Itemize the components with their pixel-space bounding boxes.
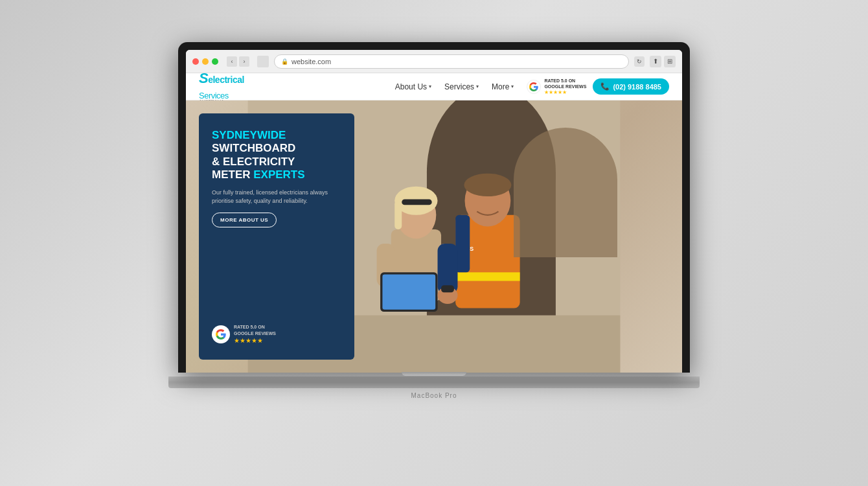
nav-right: RATED 5.0 ON GOOGLE REVIEWS ★★★★★ 📞 (02)… <box>527 78 669 95</box>
hero-section: S SYDNEYWIDE SWITCHBO <box>186 100 682 373</box>
hero-headline: SYDNEYWIDE SWITCHBOARD & ELECTRICITY MET… <box>212 129 341 182</box>
forward-button[interactable]: › <box>239 56 249 67</box>
chevron-down-icon: ▾ <box>429 84 431 89</box>
nav-services[interactable]: Services ▾ <box>444 82 479 91</box>
svg-rect-8 <box>402 200 431 205</box>
headline-line1: SYDNEYWIDE <box>212 129 286 141</box>
arch-decoration <box>514 128 617 257</box>
svg-point-17 <box>464 174 511 196</box>
browser-actions: ⬆ ⊞ <box>650 56 676 67</box>
macbook-screen: ‹ › 🔒 website.com ↻ ⬆ ⊞ <box>178 42 690 373</box>
back-button[interactable]: ‹ <box>227 56 237 67</box>
share-button[interactable]: ⬆ <box>650 56 661 67</box>
nav-arrows: ‹ › <box>227 56 249 67</box>
svg-rect-7 <box>394 201 402 229</box>
google-icon <box>527 80 541 94</box>
nav-more[interactable]: More ▾ <box>492 82 514 91</box>
site-logo[interactable]: SelectricalServices AUSTRALIA <box>199 73 244 104</box>
logo-text: SelectricalServices <box>199 73 244 101</box>
svg-rect-12 <box>382 275 435 310</box>
hero-description: Our fully trained, licensed electricians… <box>212 189 341 206</box>
chevron-down-icon: ▾ <box>476 84 479 89</box>
website-content: SelectricalServices AUSTRALIA About Us ▾… <box>186 73 682 373</box>
hero-stars: ★★★★★ <box>234 337 276 344</box>
svg-text:S: S <box>470 246 474 252</box>
nav-about-label: About Us <box>395 82 427 91</box>
close-button[interactable] <box>192 58 199 65</box>
nav-more-label: More <box>492 82 509 91</box>
bookmark-button[interactable]: ⊞ <box>664 56 676 67</box>
macbook-base <box>168 376 700 388</box>
tab-icon <box>257 56 269 67</box>
macbook-label: MacBook Pro <box>411 392 457 399</box>
svg-rect-20 <box>441 285 454 292</box>
google-rating-badge: RATED 5.0 ON GOOGLE REVIEWS ★★★★★ <box>527 78 586 95</box>
headline-accent: EXPERTS <box>253 168 304 181</box>
minimize-button[interactable] <box>202 58 209 65</box>
hero-content-card: SYDNEYWIDE SWITCHBOARD & ELECTRICITY MET… <box>199 113 354 360</box>
google-reviews-text: GOOGLE REVIEWS <box>544 84 586 89</box>
hero-rating-label: RATED 5.0 ON <box>234 324 276 330</box>
phone-number: (02) 9188 8485 <box>613 83 661 91</box>
browser-chrome: ‹ › 🔒 website.com ↻ ⬆ ⊞ <box>186 50 682 73</box>
google-rating-text: RATED 5.0 ON <box>544 78 586 84</box>
hero-reviews-label: GOOGLE REVIEWS <box>234 330 276 337</box>
chevron-down-icon: ▾ <box>511 84 514 89</box>
maximize-button[interactable] <box>212 58 218 65</box>
macbook-notch <box>402 372 466 376</box>
nav-links: About Us ▾ Services ▾ More ▾ <box>395 82 514 91</box>
screen-inner: ‹ › 🔒 website.com ↻ ⬆ ⊞ <box>186 50 682 373</box>
nav-services-label: Services <box>444 82 474 91</box>
headline-line3: & ELECTRICITY <box>212 156 295 168</box>
headline-line4: METER <box>212 168 251 181</box>
site-nav: SelectricalServices AUSTRALIA About Us ▾… <box>186 73 682 100</box>
lock-icon: 🔒 <box>281 58 288 65</box>
headline-line2: SWITCHBOARD <box>212 142 295 154</box>
svg-rect-14 <box>455 272 520 281</box>
address-bar[interactable]: 🔒 website.com <box>274 54 629 69</box>
hero-google-icon <box>212 325 230 343</box>
nav-about[interactable]: About Us ▾ <box>395 82 431 91</box>
phone-icon: 📞 <box>600 82 610 91</box>
reload-button[interactable]: ↻ <box>634 56 645 67</box>
hero-google-badge: RATED 5.0 ON GOOGLE REVIEWS ★★★★★ <box>212 324 341 344</box>
phone-button[interactable]: 📞 (02) 9188 8485 <box>593 78 669 95</box>
more-about-button[interactable]: MORE ABOUT US <box>212 213 277 227</box>
url-text: website.com <box>291 58 331 65</box>
macbook-frame: ‹ › 🔒 website.com ↻ ⬆ ⊞ <box>175 42 693 444</box>
traffic-lights <box>192 58 218 65</box>
rating-stars: ★★★★★ <box>544 89 586 95</box>
